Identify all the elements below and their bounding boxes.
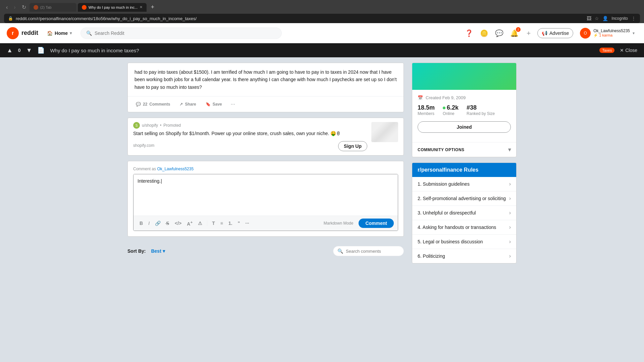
rule-item-6[interactable]: 6. Politicizing › xyxy=(412,249,516,263)
share-button[interactable]: ↗ Share xyxy=(177,100,199,109)
sort-dropdown[interactable]: Best ▾ xyxy=(151,248,165,254)
quote-button[interactable]: " xyxy=(236,219,242,227)
new-tab-button[interactable]: + xyxy=(148,4,157,11)
rule-5-chevron-icon: › xyxy=(509,239,511,245)
nav-back-button[interactable]: ‹ xyxy=(4,3,10,12)
toolbar-right: Markdown Mode Comment xyxy=(321,219,394,228)
heading-button[interactable]: T xyxy=(210,219,217,227)
calendar-icon: 📅 xyxy=(418,95,423,100)
tab-prev[interactable]: (2) Tab xyxy=(30,3,76,12)
toolbar-separator xyxy=(207,221,207,226)
username: Ok_Lawfulness5235 xyxy=(593,28,630,33)
save-label: Save xyxy=(213,102,222,107)
comment-textarea[interactable]: Interesting.| xyxy=(133,174,398,215)
sidebar-created: 📅 Created Feb 9, 2009 xyxy=(418,95,511,100)
rank-value: #38 xyxy=(467,104,495,111)
extension-icon: 🖼 xyxy=(587,16,591,21)
nav-refresh-button[interactable]: ↻ xyxy=(20,3,28,12)
bold-button[interactable]: B xyxy=(138,219,145,227)
rule-3-text: 3. Unhelpful or disrespectful xyxy=(418,210,476,216)
lock-icon: 🔒 xyxy=(8,16,13,21)
downvote-button[interactable]: ▼ xyxy=(26,47,32,54)
upvote-button[interactable]: ▲ xyxy=(7,47,13,54)
post-tag: Taxes xyxy=(599,48,614,53)
ad-thumb-image xyxy=(371,122,398,142)
rule-4-text: 4. Asking for handouts or transactions xyxy=(418,225,496,230)
online-stat: 6.2k Online xyxy=(443,104,459,116)
content-area: had to pay into taxes (about $1500). I a… xyxy=(127,63,404,263)
rule-2-chevron-icon: › xyxy=(509,195,511,201)
rule-item-4[interactable]: 4. Asking for handouts or transactions › xyxy=(412,220,516,235)
nav-forward-button[interactable]: › xyxy=(12,3,17,12)
numbered-list-button[interactable]: 1. xyxy=(226,219,234,227)
user-menu[interactable]: O Ok_Lawfulness5235 ⚡ 1 karma ▾ xyxy=(577,26,637,40)
sort-by-label: Sort By: xyxy=(127,248,146,254)
karma: ⚡ 1 karma xyxy=(593,33,630,38)
post-text: had to pay into taxes (about $1500). I a… xyxy=(128,63,404,96)
menu-icon[interactable]: ⋮ xyxy=(631,16,636,21)
advertise-icon: 📢 xyxy=(542,31,547,36)
italic-button[interactable]: I xyxy=(146,219,152,227)
comments-button[interactable]: 💬 22 Comments xyxy=(133,100,173,109)
header-actions: ❓ 🪙 💬 🔔 2 ＋ 📢 Advertise O Ok_Lawfulness5… xyxy=(464,26,637,40)
ad-user-info: S u/shopify • Promoted xyxy=(133,122,367,129)
address-bar-input[interactable] xyxy=(16,16,584,21)
comment-search[interactable]: 🔍 xyxy=(333,246,404,256)
ad-footer: shopify.com Sign Up xyxy=(133,140,367,151)
created-label: Created Feb 9, 2009 xyxy=(426,95,466,100)
tab-favicon-active xyxy=(82,5,87,10)
online-value: 6.2k xyxy=(443,104,459,111)
sort-chevron-icon: ▾ xyxy=(163,248,165,254)
online-dot xyxy=(443,107,445,109)
markdown-mode-button[interactable]: Markdown Mode xyxy=(321,220,356,227)
home-icon: 🏠 xyxy=(47,31,53,36)
post-bar-title: Why do I pay so much in income taxes? xyxy=(50,48,591,53)
comment-submit-button[interactable]: Comment xyxy=(359,219,394,228)
tab-close-icon[interactable]: ✕ xyxy=(140,5,143,9)
rule-item-1[interactable]: 1. Submission guidelines › xyxy=(412,177,516,191)
rule-item-3[interactable]: 3. Unhelpful or disrespectful › xyxy=(412,206,516,220)
strikethrough-button[interactable]: S̶ xyxy=(164,219,171,227)
rule-item-5[interactable]: 5. Legal or business discussion › xyxy=(412,235,516,249)
more-formatting-button[interactable]: ··· xyxy=(243,219,251,227)
comment-as-label: Comment as Ok_Lawfulness5235 xyxy=(133,167,398,171)
spoiler-button[interactable]: ⚠ xyxy=(196,219,204,227)
sort-search-bar: Sort By: Best ▾ 🔍 xyxy=(127,242,404,260)
comment-username-link[interactable]: Ok_Lawfulness5235 xyxy=(157,167,194,171)
bullet-list-button[interactable]: ≡ xyxy=(218,219,225,227)
reddit-logo[interactable]: r reddit xyxy=(7,27,38,39)
comment-search-input[interactable] xyxy=(346,249,399,254)
ad-card: S u/shopify • Promoted Start selling on … xyxy=(127,118,404,156)
main-layout: had to pay into taxes (about $1500). I a… xyxy=(121,57,523,269)
incognito-label: Incognito xyxy=(611,16,628,21)
ad-thumbnail xyxy=(371,122,398,142)
superscript-button[interactable]: A+ xyxy=(185,219,195,228)
sidebar-stats: 18.5m Members 6.2k Online #38 xyxy=(418,104,511,116)
notifications-badge: 2 xyxy=(516,27,521,32)
join-button[interactable]: Joined xyxy=(418,121,511,133)
home-button[interactable]: 🏠 Home ▾ xyxy=(44,28,75,38)
bookmark-icon[interactable]: ☆ xyxy=(595,16,599,21)
more-options-button[interactable]: ··· xyxy=(229,99,237,109)
search-bar[interactable]: 🔍 xyxy=(80,27,282,39)
save-button[interactable]: 🔖 Save xyxy=(203,100,225,109)
plus-button[interactable]: ＋ xyxy=(524,27,533,39)
community-options-row[interactable]: COMMUNITY OPTIONS ▾ xyxy=(412,142,516,157)
link-button[interactable]: 🔗 xyxy=(153,219,163,227)
ad-separator: • xyxy=(160,123,161,128)
coins-button[interactable]: 🪙 xyxy=(479,28,490,39)
ad-signup-button[interactable]: Sign Up xyxy=(338,141,367,151)
chat-button[interactable]: 💬 xyxy=(494,28,505,39)
notifications-button[interactable]: 🔔 2 xyxy=(509,28,520,39)
rule-6-chevron-icon: › xyxy=(509,253,511,259)
advertise-button[interactable]: 📢 Advertise xyxy=(537,28,573,38)
help-button[interactable]: ❓ xyxy=(464,28,475,39)
sidebar-header-banner xyxy=(412,63,516,90)
rule-item-2[interactable]: 2. Self-promotional advertising or solic… xyxy=(412,191,516,206)
close-label: Close xyxy=(625,48,637,53)
tab-active[interactable]: Why do I pay so much in inc... ✕ xyxy=(78,3,147,12)
search-input[interactable] xyxy=(95,31,276,36)
close-button[interactable]: ✕ Close xyxy=(620,48,637,53)
code-button[interactable]: </> xyxy=(173,219,183,227)
profile-icon[interactable]: 👤 xyxy=(602,16,608,21)
